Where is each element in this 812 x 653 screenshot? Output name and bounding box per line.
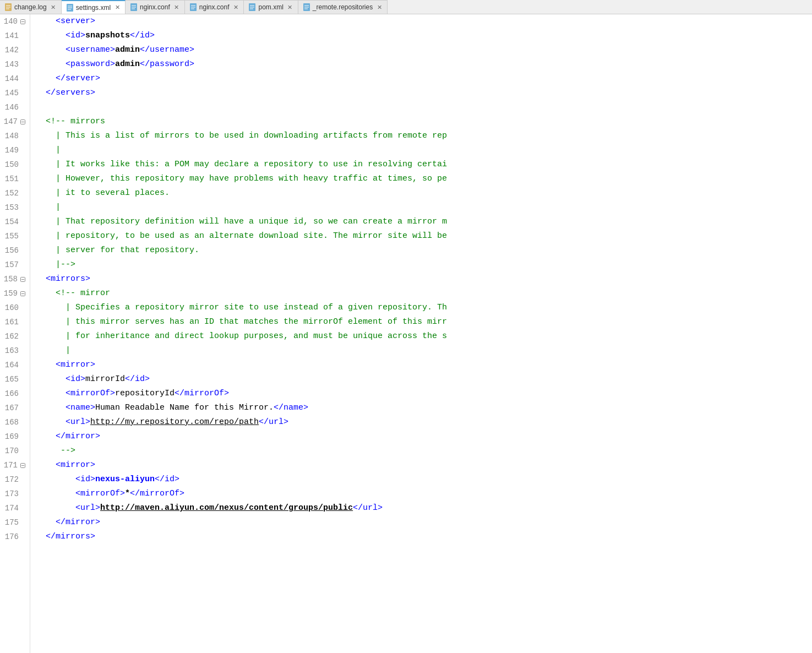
code-line-169: </mirror> (36, 429, 812, 444)
line-number-140: 140 (0, 14, 30, 29)
line-number-176: 176 (0, 530, 30, 544)
line-numbers: 1401411421431441451461471481491501511521… (0, 14, 30, 653)
tab-close-nginx2[interactable]: ✕ (232, 4, 239, 10)
line-num-text-176: 176 (2, 532, 19, 541)
tab-label-nginx1: nginx.conf (140, 3, 170, 11)
line-num-text-159: 159 (1, 289, 18, 298)
line-num-text-162: 162 (2, 332, 19, 341)
code-line-146 (36, 100, 812, 115)
fold-icon-171[interactable] (19, 461, 26, 469)
tab-remote[interactable]: _remote.repositories✕ (298, 0, 388, 14)
line-num-text-151: 151 (2, 175, 19, 183)
line-number-171: 171 (0, 458, 30, 472)
line-num-text-147: 147 (1, 117, 18, 126)
code-line-145: </servers> (36, 86, 812, 100)
code-lines: <server> <id>snapshots</id> <username>ad… (30, 14, 812, 653)
line-num-text-169: 169 (2, 432, 19, 441)
tab-label-nginx2: nginx.conf (199, 3, 230, 11)
line-number-168: 168 (0, 415, 30, 429)
line-num-text-167: 167 (2, 404, 19, 412)
code-line-153: | (36, 200, 812, 215)
line-num-text-145: 145 (2, 89, 19, 97)
code-line-162: | for inheritance and direct lookup purp… (36, 329, 812, 344)
line-num-text-172: 172 (2, 475, 19, 484)
code-line-147: <!-- mirrors (36, 115, 812, 129)
code-line-155: | repository, to be used as an alternate… (36, 229, 812, 243)
line-num-text-149: 149 (2, 146, 19, 155)
code-line-154: | That repository definition will have a… (36, 215, 812, 229)
fold-icon-140[interactable] (19, 18, 26, 25)
line-num-text-143: 143 (2, 60, 19, 69)
tab-icon-settings (66, 4, 74, 12)
tab-changelog[interactable]: change.log✕ (0, 0, 62, 14)
line-number-154: 154 (0, 215, 30, 229)
line-num-text-148: 148 (2, 132, 19, 140)
fold-icon-159[interactable] (19, 290, 26, 297)
code-line-168: <url>http://my.repository.com/repo/path<… (36, 415, 812, 429)
line-num-text-142: 142 (2, 46, 19, 55)
code-line-150: | It works like this: a POM may declare … (36, 157, 812, 172)
line-num-text-161: 161 (2, 318, 19, 326)
line-num-text-146: 146 (2, 103, 19, 112)
tab-close-settings[interactable]: ✕ (114, 4, 121, 11)
line-number-164: 164 (0, 358, 30, 372)
line-number-160: 160 (0, 301, 30, 315)
line-number-148: 148 (0, 129, 30, 143)
line-number-158: 158 (0, 272, 30, 286)
code-line-172: <id>nexus-aliyun</id> (36, 472, 812, 487)
line-num-text-171: 171 (1, 461, 18, 470)
tab-icon-nginx1 (130, 3, 138, 11)
line-num-text-156: 156 (2, 246, 19, 255)
code-line-140: <server> (36, 14, 812, 29)
code-line-156: | server for that repository. (36, 243, 812, 258)
tab-nginx2[interactable]: nginx.conf✕ (185, 0, 244, 14)
code-line-175: </mirror> (36, 515, 812, 530)
line-num-text-140: 140 (1, 17, 18, 26)
code-line-170: --> (36, 444, 812, 458)
fold-icon-147[interactable] (19, 118, 26, 126)
line-num-text-163: 163 (2, 346, 19, 355)
tab-close-remote[interactable]: ✕ (376, 4, 383, 10)
code-line-142: <username>admin</username> (36, 43, 812, 57)
line-num-text-164: 164 (2, 361, 19, 369)
line-num-text-173: 173 (2, 489, 19, 498)
code-line-163: | (36, 344, 812, 358)
code-line-164: <mirror> (36, 358, 812, 372)
tab-close-nginx1[interactable]: ✕ (173, 4, 180, 10)
tab-icon-remote (303, 3, 310, 11)
line-number-145: 145 (0, 86, 30, 100)
line-number-153: 153 (0, 200, 30, 215)
line-num-text-141: 141 (2, 31, 19, 40)
code-line-144: </server> (36, 72, 812, 86)
line-number-172: 172 (0, 472, 30, 487)
line-num-text-154: 154 (2, 217, 19, 226)
tab-pom[interactable]: pom.xml✕ (244, 0, 298, 14)
code-line-141: <id>snapshots</id> (36, 29, 812, 43)
line-number-173: 173 (0, 487, 30, 501)
line-num-text-158: 158 (1, 275, 18, 284)
fold-icon-158[interactable] (19, 275, 26, 283)
code-line-148: | This is a list of mirrors to be used i… (36, 129, 812, 143)
code-line-173: <mirrorOf>*</mirrorOf> (36, 487, 812, 501)
line-number-155: 155 (0, 229, 30, 243)
tab-label-settings: settings.xml (76, 4, 111, 12)
tab-close-pom[interactable]: ✕ (287, 4, 293, 10)
tab-icon-pom (248, 3, 256, 11)
line-number-143: 143 (0, 57, 30, 72)
line-number-157: 157 (0, 258, 30, 272)
code-line-143: <password>admin</password> (36, 57, 812, 72)
code-area: 1401411421431441451461471481491501511521… (0, 14, 812, 653)
tab-bar: change.log✕settings.xml✕nginx.conf✕nginx… (0, 0, 812, 14)
line-num-text-150: 150 (2, 160, 19, 169)
line-num-text-152: 152 (2, 189, 19, 198)
tab-close-changelog[interactable]: ✕ (50, 4, 57, 10)
line-number-162: 162 (0, 329, 30, 344)
tab-settings[interactable]: settings.xml✕ (62, 0, 126, 14)
tab-icon-nginx2 (189, 3, 197, 11)
code-line-161: | this mirror serves has an ID that matc… (36, 315, 812, 329)
tab-nginx1[interactable]: nginx.conf✕ (126, 0, 185, 14)
code-line-176: </mirrors> (36, 530, 812, 544)
code-line-157: |--> (36, 258, 812, 272)
code-line-149: | (36, 143, 812, 157)
line-number-170: 170 (0, 444, 30, 458)
